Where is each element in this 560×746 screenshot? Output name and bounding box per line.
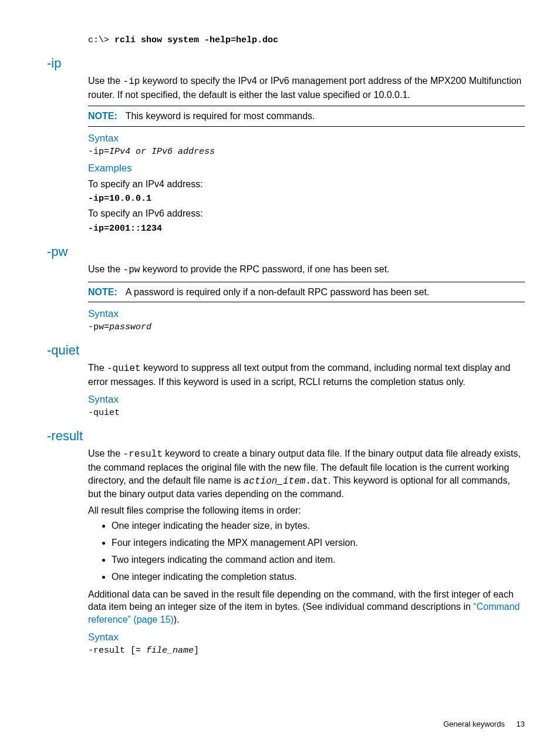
list-item: Four integers indicating the MPX managem… xyxy=(112,537,525,549)
result-p1: Use the -result keyword to create a bina… xyxy=(88,447,525,500)
result-bullets: One integer indicating the header size, … xyxy=(88,520,525,583)
heading-quiet: -quiet xyxy=(47,343,525,358)
quiet-syntax: -quiet xyxy=(88,408,525,418)
quiet-description: The -quiet keyword to suppress all text … xyxy=(88,362,525,388)
page: c:\> rcli show system -help=help.doc -ip… xyxy=(0,0,560,746)
list-item: One integer indicating the completion st… xyxy=(112,571,525,583)
pw-syntax: -pw=password xyxy=(88,322,525,332)
prompt: c:\> xyxy=(88,35,114,45)
result-p3: Additional data can be saved in the resu… xyxy=(88,588,525,626)
heading-result: -result xyxy=(47,428,525,444)
list-item: One integer indicating the header size, … xyxy=(112,520,525,532)
ip-note: NOTE:This keyword is required for most c… xyxy=(88,106,525,127)
command: rcli show system -help=help.doc xyxy=(114,35,278,45)
ip-syntax: -ip=IPv4 or IPv6 address xyxy=(88,147,525,157)
result-syntax: -result [= file_name] xyxy=(88,646,525,656)
ip-examples-heading: Examples xyxy=(88,163,525,174)
ip-ex1-code: -ip=10.0.0.1 xyxy=(88,194,525,204)
ip-ex2-text: To specify an IPv6 address: xyxy=(88,207,525,220)
pw-note: NOTE:A password is required only if a no… xyxy=(88,282,525,303)
ip-syntax-heading: Syntax xyxy=(88,133,525,144)
note-text: A password is required only if a non-def… xyxy=(126,287,430,297)
footer: General keywords 13 xyxy=(443,720,525,728)
heading-ip: -ip xyxy=(47,56,525,71)
heading-pw: -pw xyxy=(47,244,525,259)
footer-text: General keywords xyxy=(443,720,505,728)
list-item: Two integers indicating the command acti… xyxy=(112,554,525,566)
ip-ex2-code: -ip=2001::1234 xyxy=(88,224,525,234)
page-number: 13 xyxy=(517,720,525,728)
note-label: NOTE: xyxy=(88,287,117,297)
result-p2: All result files comprise the following … xyxy=(88,504,525,517)
top-code-line: c:\> rcli show system -help=help.doc xyxy=(88,35,525,45)
ip-ex1-text: To specify an IPv4 address: xyxy=(88,178,525,191)
note-label: NOTE: xyxy=(88,111,117,121)
result-syntax-heading: Syntax xyxy=(88,632,525,643)
quiet-syntax-heading: Syntax xyxy=(88,394,525,406)
pw-description: Use the -pw keyword to provide the RPC p… xyxy=(88,263,525,277)
pw-syntax-heading: Syntax xyxy=(88,308,525,320)
note-text: This keyword is required for most comman… xyxy=(126,111,315,121)
ip-description: Use the -ip keyword to specify the IPv4 … xyxy=(88,75,525,101)
